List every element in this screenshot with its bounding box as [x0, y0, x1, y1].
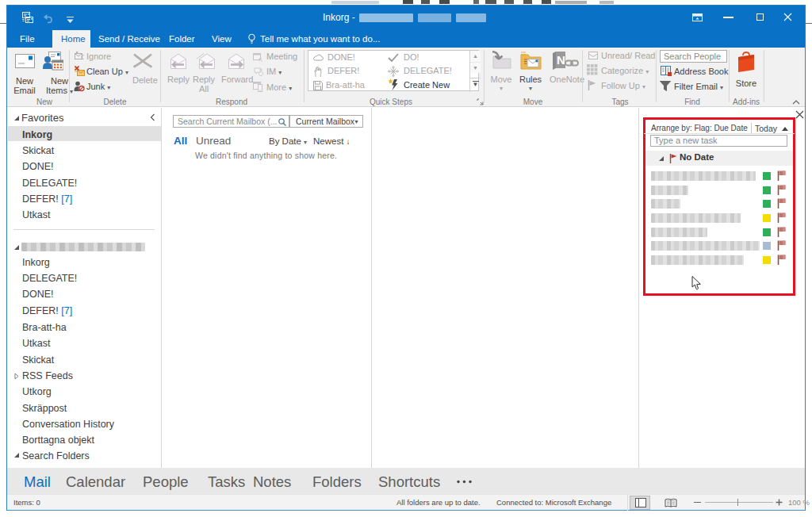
svg-text:N: N: [557, 53, 565, 67]
